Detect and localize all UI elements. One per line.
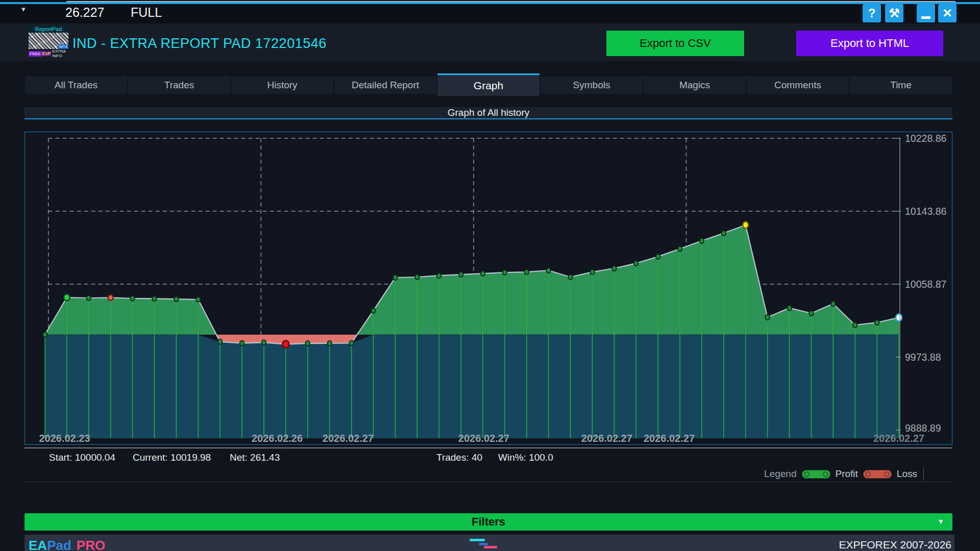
data-point-marker (306, 341, 310, 346)
y-tick-label: 10058.87 (905, 279, 946, 290)
profit-legend-icon (802, 470, 830, 479)
balance-fill (45, 335, 899, 438)
data-point-marker (393, 275, 397, 280)
data-point-marker (525, 269, 529, 274)
marker-loss-big (282, 340, 289, 348)
stat-winrate: Win%: 100.0 (498, 452, 553, 463)
footer-logo-lines-icon (470, 539, 485, 541)
data-point-marker (875, 320, 879, 325)
data-point-marker (722, 231, 726, 236)
data-point-marker (481, 271, 485, 276)
data-point-marker (503, 270, 507, 275)
x-date-label: 2026.02.27 (873, 433, 924, 444)
minimize-icon (921, 16, 930, 19)
data-point-marker (43, 332, 47, 337)
page-title: IND - EXTRA REPORT PAD 172201546 (72, 36, 327, 52)
export-html-button[interactable]: Export to HTML (796, 31, 943, 56)
marker-end-white (896, 314, 902, 321)
export-csv-button[interactable]: Export to CSV (606, 31, 744, 56)
legend-loss-label: Loss (897, 468, 917, 480)
corner-dropdown-icon[interactable]: ▾ (21, 5, 26, 13)
logo-extra-info-label: EXTRA INFO (52, 49, 68, 58)
version-number: 26.227 (65, 5, 104, 20)
graph-subtitle: Graph of All history (24, 107, 952, 119)
brand-pro: PRO (77, 538, 105, 551)
data-point-marker (437, 273, 441, 278)
x-date-label: 2026.02.27 (581, 433, 632, 444)
data-point-marker (174, 296, 178, 302)
filters-label: Filters (472, 515, 505, 529)
tab-detailed-report[interactable]: Detailed Report (334, 77, 436, 94)
data-point-marker (415, 274, 419, 280)
minimize-button[interactable] (917, 4, 935, 22)
data-point-marker (371, 308, 375, 313)
data-point-marker (831, 301, 835, 306)
data-point-marker (787, 306, 791, 311)
tab-history[interactable]: History (231, 77, 333, 94)
logo-reportpad-label: ReportPad (29, 26, 68, 33)
tab-comments[interactable]: Comments (747, 77, 849, 94)
marker-loss-small (108, 295, 113, 300)
x-date-label: 2026.02.27 (323, 433, 374, 444)
data-point-marker (327, 341, 331, 346)
data-point-marker (809, 311, 813, 316)
y-tick-label: 10143.86 (905, 206, 946, 217)
x-date-label: 2026.02.27 (644, 433, 695, 444)
brand-pad: Pad (47, 538, 71, 551)
data-point-marker (130, 296, 134, 301)
data-point-marker (678, 246, 682, 252)
tab-time[interactable]: Time (850, 77, 952, 94)
equity-chart: 10228.8610143.8610058.879973.889888.8920… (25, 132, 952, 444)
tab-symbols[interactable]: Symbols (541, 77, 643, 94)
tab-graph[interactable]: Graph (437, 73, 540, 96)
close-icon: ✕ (942, 6, 952, 20)
footer-logo-lines-icon (479, 543, 488, 545)
close-button[interactable]: ✕ (938, 4, 957, 22)
x-date-label: 2026.02.23 (39, 433, 90, 444)
loss-legend-icon (863, 470, 892, 479)
data-point-marker (612, 266, 616, 271)
marker-highlight-green (64, 294, 70, 301)
data-point-marker (459, 272, 463, 277)
mode-label: FULL (131, 5, 162, 20)
stat-current: Current: 10019.98 (133, 452, 211, 463)
footer-logo-lines-icon (484, 546, 497, 548)
data-point-marker (656, 254, 660, 259)
data-point-marker (634, 261, 638, 266)
tab-magics[interactable]: Magics (644, 77, 746, 94)
x-date-label: 2026.02.26 (252, 433, 303, 444)
data-point-marker (152, 296, 156, 301)
profit-area (45, 297, 216, 335)
y-tick-label: 9888.89 (905, 422, 941, 434)
y-tick-label: 10228.86 (905, 133, 946, 144)
stat-start: Start: 10000.04 (49, 452, 115, 463)
question-icon: ? (868, 6, 876, 20)
brand-logo: EAPadPRO (29, 538, 105, 551)
top-blue-line (0, 2, 980, 4)
data-point-marker (262, 340, 266, 345)
data-point-marker (568, 274, 572, 280)
tab-bar: All Trades Trades History Detailed Repor… (24, 73, 952, 96)
legend-label: Legend (764, 468, 796, 480)
tools-icon: ⚒ (889, 6, 900, 20)
logo-image: MT4 (29, 33, 68, 49)
tab-trades[interactable]: Trades (128, 77, 230, 94)
tab-all-trades[interactable]: All Trades (25, 77, 127, 94)
equity-chart-panel: 10228.8610143.8610058.879973.889888.8920… (24, 132, 952, 445)
profit-area (357, 225, 899, 335)
data-point-marker (87, 295, 91, 300)
data-point-marker (546, 268, 550, 273)
marker-peak-yellow (743, 222, 748, 229)
help-button[interactable]: ? (863, 4, 881, 22)
legend-divider (923, 467, 924, 481)
data-point-marker (196, 297, 200, 302)
x-date-label: 2026.02.27 (458, 433, 509, 444)
reportpad-logo: ReportPad MT4 FREE ExP EXTRA INFO (29, 26, 68, 58)
logo-exp-badge: ExP (41, 51, 51, 56)
stats-row: Start: 10000.04 Current: 10019.98 Net: 2… (24, 451, 952, 464)
settings-button[interactable]: ⚒ (885, 4, 903, 22)
y-tick-label: 9973.88 (905, 352, 941, 363)
data-point-marker (853, 322, 857, 328)
filters-bar[interactable]: Filters ▼ (24, 513, 952, 531)
chevron-down-icon[interactable]: ▼ (937, 517, 944, 525)
